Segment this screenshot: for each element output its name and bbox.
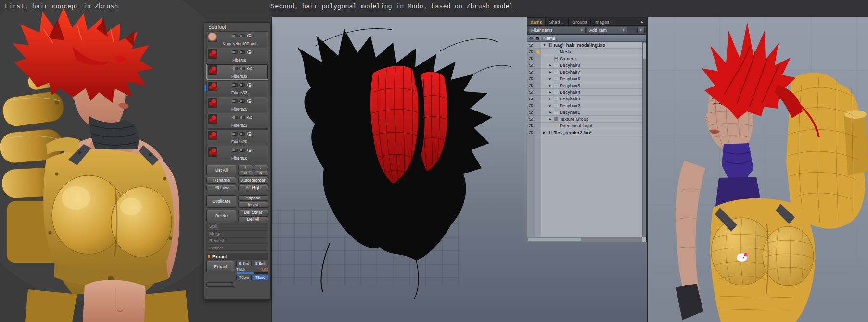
item-row[interactable]: ▶ ▤ Decyhair8 (527, 62, 642, 69)
uv-toggle[interactable] (239, 83, 245, 87)
split-button[interactable]: Split (206, 223, 268, 229)
polypaint-toggle[interactable] (232, 116, 238, 119)
extract-section-header[interactable]: Extract (206, 253, 268, 260)
eye-icon[interactable] (247, 67, 252, 70)
visibility-cell[interactable] (527, 57, 535, 60)
ssmt-toggle[interactable]: S Smt (253, 261, 268, 266)
item-row[interactable]: ▶ ◧ Test_render2.lxo* (527, 129, 642, 136)
polypaint-toggle[interactable] (232, 83, 238, 87)
item-label[interactable]: Kagi_hair_modeling.lxo (554, 42, 605, 48)
autoreorder-button[interactable]: AutoReorder (238, 177, 268, 184)
subtool-thumbnail[interactable] (208, 49, 217, 59)
eye-icon[interactable] (529, 111, 533, 114)
project-button[interactable]: Project (206, 245, 268, 251)
duplicate-button[interactable]: Duplicate (206, 195, 236, 208)
uv-toggle[interactable] (239, 99, 245, 103)
visibility-cell[interactable] (527, 118, 535, 121)
subtool-thumbnail[interactable] (208, 82, 217, 91)
uv-toggle[interactable] (239, 67, 245, 70)
render-column-header[interactable] (535, 37, 541, 40)
subtool-row[interactable]: Fibers18 (206, 146, 268, 161)
item-label[interactable]: Decyhair4 (560, 89, 580, 95)
expander-icon[interactable]: ▶ (548, 90, 552, 94)
item-row[interactable]: ▶ ▤ Decyhair6 (527, 75, 642, 82)
visibility-cell[interactable] (527, 84, 535, 87)
all-high-button[interactable]: All High (238, 185, 268, 191)
name-column-header[interactable]: Name (541, 36, 555, 41)
visibility-cell[interactable] (527, 64, 535, 67)
move-top-button[interactable]: ↺ (238, 171, 253, 176)
item-row[interactable]: ☀ Directional Light (527, 123, 642, 129)
item-row[interactable]: ◎ Camera (527, 55, 642, 62)
panel-tab[interactable]: Shad ... (546, 18, 569, 25)
eye-icon[interactable] (529, 124, 533, 127)
subtool-row[interactable]: Fibers25 (206, 97, 268, 112)
uv-toggle[interactable] (239, 34, 245, 37)
eye-icon[interactable] (247, 99, 252, 103)
eye-icon[interactable] (529, 77, 533, 80)
tbord-toggle[interactable]: TBord (253, 275, 268, 280)
eye-icon[interactable] (529, 131, 533, 134)
visibility-cell[interactable] (527, 44, 535, 47)
eye-icon[interactable] (247, 116, 252, 119)
extract-button[interactable]: Extract (206, 261, 234, 272)
eye-icon[interactable] (247, 50, 252, 54)
polypaint-toggle[interactable] (232, 67, 238, 70)
visibility-cell[interactable] (527, 91, 535, 94)
subtool-thumbnail[interactable] (208, 131, 217, 140)
expander-icon[interactable]: ▶ (548, 63, 552, 67)
horizontal-scrollbar[interactable] (527, 237, 642, 242)
eye-icon[interactable] (529, 57, 533, 60)
eye-icon[interactable] (529, 118, 533, 121)
item-label[interactable]: Test_render2.lxo* (554, 130, 592, 135)
eye-icon[interactable] (529, 91, 533, 94)
vertical-scrollbar-thumb[interactable] (643, 43, 646, 59)
panel-tab[interactable]: Groups (569, 18, 591, 25)
item-label[interactable]: Texture Group (560, 116, 588, 122)
expander-icon[interactable]: ▶ (548, 97, 552, 101)
uv-toggle[interactable] (239, 50, 245, 54)
move-down-button[interactable]: ↓ (254, 165, 268, 170)
esmt-toggle[interactable]: E Smt (236, 261, 252, 266)
merge-button[interactable]: Merge (206, 230, 268, 236)
subtool-thumbnail[interactable] (208, 114, 217, 124)
rename-button[interactable]: Rename (206, 177, 236, 184)
visibility-cell[interactable] (527, 111, 535, 114)
item-label[interactable]: Decyhair3 (560, 96, 580, 101)
expander-icon[interactable]: ▶ (548, 77, 552, 81)
visibility-cell[interactable] (527, 77, 535, 80)
eye-icon[interactable] (529, 104, 533, 107)
visibility-cell[interactable] (527, 98, 535, 100)
item-label[interactable]: Decyhair7 (560, 69, 580, 74)
eye-icon[interactable] (247, 132, 252, 136)
remesh-button[interactable]: Remesh (206, 237, 268, 244)
uv-toggle[interactable] (239, 132, 245, 136)
list-all-button[interactable]: List All (206, 165, 236, 175)
item-label[interactable]: Decyhair1 (560, 110, 580, 115)
subtool-row[interactable]: Fibers33 (206, 80, 268, 96)
visibility-column-header[interactable] (527, 37, 535, 39)
eye-icon[interactable] (529, 50, 533, 53)
eye-icon[interactable] (247, 149, 252, 152)
list-options-dropdown[interactable]: ▼ (637, 27, 645, 33)
flag-cell[interactable] (535, 50, 541, 53)
expander-icon[interactable]: ▶ (548, 70, 552, 74)
item-row[interactable]: ▶ ▤ Decyhair4 (527, 89, 642, 96)
eye-icon[interactable] (529, 71, 533, 74)
item-row[interactable]: ▶ ▤ Decyhair2 (527, 102, 642, 109)
item-label[interactable]: Directional Light (560, 123, 592, 128)
polypaint-toggle[interactable] (232, 50, 238, 54)
render-flag-icon[interactable] (536, 50, 539, 53)
all-low-button[interactable]: All Low (206, 185, 236, 191)
expander-icon[interactable]: ▶ (542, 131, 547, 135)
item-row[interactable]: ▶ ▤ Decyhair1 (527, 109, 642, 116)
visibility-cell[interactable] (527, 131, 535, 134)
item-label[interactable]: Decyhair8 (560, 62, 580, 68)
filter-items-dropdown[interactable]: Filter Items ▼ (529, 27, 586, 33)
subtool-thumbnail[interactable] (208, 147, 217, 157)
eye-icon[interactable] (247, 34, 252, 37)
uv-toggle[interactable] (239, 149, 245, 152)
polypaint-toggle[interactable] (232, 132, 238, 136)
item-label[interactable]: Decyhair5 (560, 83, 580, 88)
visibility-cell[interactable] (527, 71, 535, 74)
